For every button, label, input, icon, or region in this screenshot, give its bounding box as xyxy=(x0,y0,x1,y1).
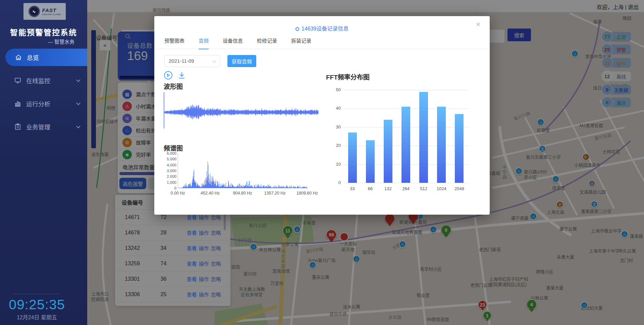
fft-y-tick: 0 xyxy=(328,180,341,185)
fft-y-tick: 50 xyxy=(328,87,341,92)
chevron-down-icon xyxy=(212,59,216,62)
fft-x-tick: 132 xyxy=(384,186,392,191)
tab-device-info[interactable]: 设备信息 xyxy=(223,37,243,49)
spectrum-y-tick: 6,000 xyxy=(164,151,176,155)
tab-audio[interactable]: 音频 xyxy=(199,37,209,49)
spectrum-x-tick: 452.40 Hz xyxy=(201,191,220,196)
sidebar: ∿ FAST GROUPE CLAIRE 智能预警管控系统 — 智慧水务 总览 … xyxy=(0,0,87,325)
date-select[interactable]: 2021-11-09 xyxy=(164,55,220,67)
company-logo: ∿ FAST GROUPE CLAIRE xyxy=(23,3,66,20)
fft-bar-66 xyxy=(366,140,375,183)
spectrum-y-tick: 3,000 xyxy=(164,169,176,173)
logo-waveform-icon: ∿ xyxy=(29,6,40,17)
waveform-chart xyxy=(164,92,319,129)
close-icon[interactable]: × xyxy=(476,21,480,28)
spectrum-y-tick: 5,000 xyxy=(164,157,176,161)
record-circle-icon xyxy=(296,27,299,31)
fft-bar-2048 xyxy=(455,114,464,183)
system-title: 智能预警管控系统 xyxy=(0,26,87,38)
fft-x-tick: 512 xyxy=(420,186,427,191)
sidebar-item-analysis[interactable]: 运行分析 xyxy=(0,95,87,112)
clock-date: 12月24日 星期五 xyxy=(0,313,74,321)
logo-sub-text: GROUPE CLAIRE xyxy=(42,13,61,15)
chevron-down-icon xyxy=(76,124,80,128)
spectrum-x-tick: 0.00 Hz xyxy=(170,191,185,196)
sidebar-menu: 总览 在线监控 运行分析 业务管理 xyxy=(0,49,87,141)
bar-chart-icon xyxy=(14,100,21,107)
fetch-audio-button[interactable]: 获取音频 xyxy=(227,55,256,67)
spectrum-x-tick: 1357.20 Hz xyxy=(264,191,286,196)
sidebar-item-label: 运行分析 xyxy=(26,99,50,108)
home-icon xyxy=(15,54,22,61)
clock-divider xyxy=(13,294,60,294)
fft-bar-chart: 01020304050336613226451210242048 xyxy=(328,88,472,192)
logo-brand-text: FAST xyxy=(42,8,61,13)
tab-repair-records[interactable]: 检修记录 xyxy=(257,37,277,49)
app-root: ∿ FAST GROUPE CLAIRE 智能预警管控系统 — 智慧水务 总览 … xyxy=(0,0,644,325)
sidebar-item-label: 业务管理 xyxy=(26,122,50,131)
tab-warning-chart[interactable]: 预警图表 xyxy=(164,37,184,49)
fft-bar-33 xyxy=(348,132,357,183)
waveform-chart-title: 波形图 xyxy=(164,82,183,91)
fft-y-tick: 20 xyxy=(328,143,341,148)
fft-x-tick: 33 xyxy=(350,186,355,191)
fft-y-tick: 40 xyxy=(328,106,341,111)
spectrum-chart: 6,0005,0004,0003,0002,0001,0000 0.00 Hz4… xyxy=(164,152,318,199)
sidebar-item-business[interactable]: 业务管理 xyxy=(0,118,87,136)
play-audio-icon[interactable] xyxy=(164,71,173,81)
spectrum-chart-title: 频谱图 xyxy=(164,143,183,152)
spectrum-x-tick: 904.80 Hz xyxy=(233,191,252,196)
fft-y-tick: 10 xyxy=(328,162,341,167)
tab-disassembly-records[interactable]: 拆装记录 xyxy=(291,37,311,49)
modal-tabs: 预警图表 音频 设备信息 检修记录 拆装记录 xyxy=(164,37,311,49)
fft-bar-264 xyxy=(401,107,410,183)
spectrum-y-tick: 1,000 xyxy=(164,180,176,184)
clipboard-icon xyxy=(14,123,21,130)
system-subtitle: — 智慧水务 xyxy=(48,38,74,45)
chevron-down-icon xyxy=(76,78,80,82)
sidebar-item-label: 在线监控 xyxy=(26,76,50,85)
fft-x-tick: 66 xyxy=(368,186,372,191)
spectrum-x-tick: 1809.60 Hz xyxy=(297,191,318,196)
fft-y-tick: 30 xyxy=(328,124,341,129)
modal-title: 14639设备记录信息 xyxy=(154,24,490,32)
fft-bar-1024 xyxy=(437,107,446,183)
sidebar-item-overview[interactable]: 总览 xyxy=(5,49,87,66)
fft-bar-132 xyxy=(384,120,392,183)
fft-x-tick: 2048 xyxy=(454,186,464,191)
fft-x-tick: 264 xyxy=(402,186,410,191)
gridline xyxy=(343,90,468,90)
spectrum-y-tick: 4,000 xyxy=(164,163,176,167)
gridline xyxy=(343,183,468,183)
device-record-modal: 14639设备记录信息 × 预警图表 音频 设备信息 检修记录 拆装记录 202… xyxy=(154,16,490,215)
monitor-icon xyxy=(14,77,21,84)
spectrum-y-tick: 2,000 xyxy=(164,174,176,178)
fft-x-tick: 1024 xyxy=(437,186,446,191)
fft-chart-title: FFT频率分布图 xyxy=(326,72,370,81)
chevron-down-icon xyxy=(76,101,80,105)
date-select-value: 2021-11-09 xyxy=(169,58,194,64)
clock-time: 09:25:35 xyxy=(0,297,74,313)
spectrum-y-tick: 0 xyxy=(164,186,176,190)
sidebar-item-online-monitor[interactable]: 在线监控 xyxy=(0,72,87,89)
fft-bar-512 xyxy=(419,92,428,183)
sidebar-item-label: 总览 xyxy=(27,53,39,62)
download-audio-icon[interactable] xyxy=(177,71,186,81)
